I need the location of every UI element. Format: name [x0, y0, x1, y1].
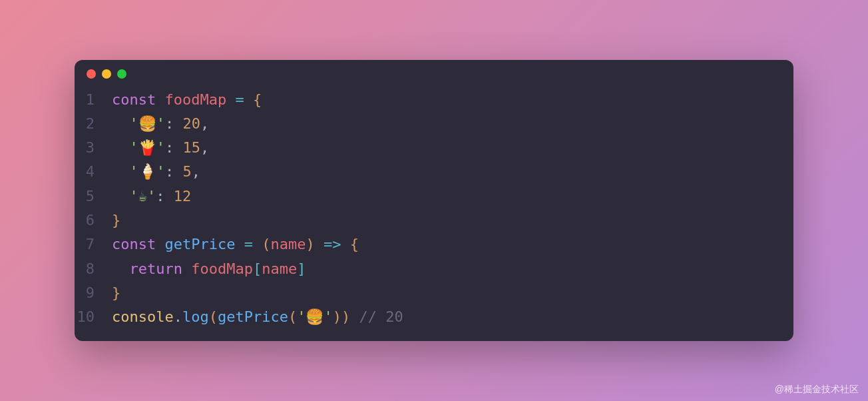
code-content: }	[112, 281, 120, 305]
line-number: 9	[75, 281, 112, 305]
minimize-icon[interactable]	[102, 69, 111, 79]
code-line: 8 return foodMap[name]	[75, 257, 793, 281]
code-line: 2 '🍔': 20,	[75, 112, 793, 136]
code-line: 9}	[75, 281, 793, 305]
line-number: 3	[75, 136, 112, 160]
line-number: 5	[75, 185, 112, 208]
code-line: 6}	[75, 208, 793, 232]
code-editor-window: 1const foodMap = {2 '🍔': 20,3 '🍟': 15,4 …	[75, 60, 793, 342]
code-content: console.log(getPrice('🍔')) // 20	[112, 305, 403, 329]
code-content: return foodMap[name]	[112, 257, 306, 281]
line-number: 7	[75, 232, 112, 256]
code-content: const foodMap = {	[112, 88, 262, 112]
code-line: 4 '🍦': 5,	[75, 160, 793, 184]
line-number: 10	[75, 305, 112, 329]
code-content: '🍦': 5,	[112, 160, 200, 184]
code-content: }	[112, 208, 120, 232]
line-number: 1	[75, 88, 112, 112]
line-number: 4	[75, 160, 112, 184]
line-number: 8	[75, 257, 112, 281]
close-icon[interactable]	[87, 69, 96, 79]
code-content: '🍔': 20,	[112, 112, 209, 136]
code-content: '🍟': 15,	[112, 136, 209, 160]
code-area[interactable]: 1const foodMap = {2 '🍔': 20,3 '🍟': 15,4 …	[75, 84, 793, 336]
maximize-icon[interactable]	[117, 69, 126, 79]
code-line: 3 '🍟': 15,	[75, 136, 793, 160]
line-number: 2	[75, 112, 112, 136]
watermark-text: @稀土掘金技术社区	[775, 384, 859, 396]
code-line: 7const getPrice = (name) => {	[75, 232, 793, 256]
code-content: '☕': 12	[112, 185, 191, 208]
code-content: const getPrice = (name) => {	[112, 232, 359, 256]
code-line: 10console.log(getPrice('🍔')) // 20	[75, 305, 793, 329]
code-line: 5 '☕': 12	[75, 185, 793, 208]
line-number: 6	[75, 208, 112, 232]
code-line: 1const foodMap = {	[75, 88, 793, 112]
window-titlebar	[75, 60, 793, 84]
